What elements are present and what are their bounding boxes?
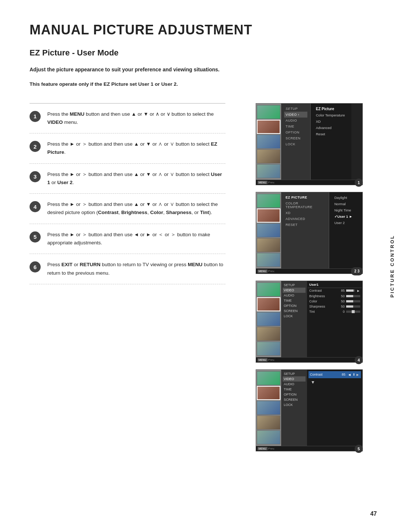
step-1-text: Press the MENU button and then use ▲ or …: [47, 110, 225, 127]
tv-thumb-2-2: [257, 209, 280, 223]
step-4: 4 Press the ► or ＞ button and then use ▲…: [30, 194, 225, 224]
tv-thumb-3-5: [257, 342, 280, 356]
section-title: EZ Picture - User Mode: [30, 48, 363, 58]
tv-thumb-4-2: [257, 386, 280, 400]
down-arrow-indicator: ▼: [308, 378, 361, 386]
menu-video: VIDEO ›: [284, 112, 307, 118]
step-circle-3: 3: [30, 171, 41, 182]
step-circle-4: 4: [30, 201, 41, 212]
m2-adv: Advanced: [284, 216, 326, 222]
step-2: 2 Press the ► or ＞ button and then use ▲…: [30, 133, 225, 164]
step-1: 1 Press the MENU button and then use ▲ o…: [30, 103, 225, 134]
tv-menu-col2-2: Daylight Normal Night Time ✓User 1 ► Use…: [329, 192, 362, 268]
screen-badge-1: 1: [355, 179, 363, 187]
menu-lock: LOCK: [284, 141, 307, 147]
tv-screen-3: SETUP VIDEO AUDIO TIME OPTION SCREEN LOC…: [256, 281, 363, 363]
tv-thumbnails-1: [256, 104, 281, 180]
screen-block-3: SETUP VIDEO AUDIO TIME OPTION SCREEN LOC…: [236, 281, 363, 363]
side-label-text: PICTURE CONTROL: [389, 235, 395, 298]
feature-note: This feature operate only if the EZ Pict…: [30, 80, 363, 88]
tv-menu-col-right-1: EZ Picture Color Temperature XD Advanced…: [311, 104, 351, 180]
r2-user2: User 2: [332, 220, 359, 226]
bar-brightness: [346, 295, 360, 297]
bar-contrast-active: [354, 373, 354, 376]
tv-thumb-4-3: [257, 401, 280, 415]
tv-menu-col-left-1: SETUP VIDEO › AUDIO TIME OPTION SCREEN L…: [281, 104, 311, 180]
tv-thumbnails-2: [256, 192, 281, 268]
screen-badge-4: 5: [355, 445, 363, 453]
tv-thumb-1: [257, 105, 280, 119]
page-title: MANUAL PICTURE ADJUSTMENT: [30, 22, 363, 38]
tv-footer-1: MENU Prev.: [256, 180, 362, 185]
step-3-text: Press the ► or ＞ button and then use ▲ o…: [47, 170, 225, 187]
tv-thumb-2-4: [257, 238, 280, 252]
tv-thumb-2: [257, 120, 280, 134]
right-color-temp: Color Temperature: [314, 112, 348, 118]
tv-thumb-2-1: [257, 194, 280, 208]
tv-adjust-labels: SETUP VIDEO AUDIO TIME OPTION SCREEN LOC…: [281, 281, 307, 357]
tv-adjust-area-3: SETUP VIDEO AUDIO TIME OPTION SCREEN LOC…: [281, 281, 362, 357]
tv-menu-2: EZ Picture Color Temperature XD Advanced…: [281, 192, 362, 268]
page: MANUAL PICTURE ADJUSTMENT EZ Picture - U…: [0, 0, 399, 532]
tv-screen-4: SETUP VIDEO AUDIO TIME OPTION SCREEN LOC…: [256, 369, 363, 451]
right-reset: Reset: [314, 131, 348, 137]
step-circle-1: 1: [30, 111, 41, 122]
tv-thumb-3-3: [257, 312, 280, 326]
tv-thumbnails-3: [256, 281, 281, 357]
tv-thumb-3-4: [257, 327, 280, 341]
right-ez-picture: EZ Picture: [314, 106, 348, 112]
tv-screen-1: SETUP VIDEO › AUDIO TIME OPTION SCREEN L…: [256, 103, 363, 185]
main-content: MANUAL PICTURE ADJUSTMENT EZ Picture - U…: [0, 0, 385, 532]
tv-adjust-inner-3: SETUP VIDEO AUDIO TIME OPTION SCREEN LOC…: [281, 281, 362, 357]
tv-thumb-3-1: [257, 282, 280, 297]
adjust-row-sharpness: Sharpness 50: [308, 304, 362, 309]
tv-thumb-4-1: [257, 371, 280, 385]
screen-badge-3: 4: [355, 356, 363, 364]
menu-setup: SETUP: [284, 106, 307, 112]
bar-sharpness: [346, 305, 360, 308]
screen-block-2: EZ Picture Color Temperature XD Advanced…: [236, 192, 363, 274]
tv-body-1: SETUP VIDEO › AUDIO TIME OPTION SCREEN L…: [256, 104, 362, 180]
side-label: PICTURE CONTROL: [385, 0, 399, 532]
tv-thumb-2-5: [257, 253, 280, 267]
r2-nighttime: Night Time: [332, 207, 359, 213]
tv-thumb-4-4: [257, 416, 280, 430]
r2-user1: ✓User 1 ►: [332, 213, 359, 220]
steps-column: 1 Press the MENU button and then use ▲ o…: [30, 103, 236, 455]
step-6-text: Press EXIT or RETURN button to return to…: [47, 261, 225, 277]
step-circle-6: 6: [30, 261, 41, 272]
m2-xd: XD: [284, 210, 326, 216]
tv-screen-2: EZ Picture Color Temperature XD Advanced…: [256, 192, 363, 274]
screens-column: SETUP VIDEO › AUDIO TIME OPTION SCREEN L…: [236, 103, 363, 455]
tv-thumb-2-3: [257, 223, 280, 237]
r2-normal: Normal: [332, 201, 359, 207]
adjust-row-color: Color 50: [308, 299, 362, 304]
tv-adjust-area-4: SETUP VIDEO AUDIO TIME OPTION SCREEN LOC…: [281, 370, 362, 446]
screen-badge-2: 2 3: [351, 267, 363, 275]
tv-thumb-3: [257, 135, 280, 149]
step-2-text: Press the ► or ＞ button and then use ▲ o…: [47, 140, 225, 157]
step-4-text: Press the ► or ＞ button and then use ▲ o…: [47, 200, 225, 217]
intro-text: Adjust the picture appearance to suit yo…: [30, 66, 363, 74]
tv-thumb-4-5: [257, 430, 280, 444]
step-3: 3 Press the ► or ＞ button and then use ▲…: [30, 164, 225, 194]
m2-ez: EZ Picture: [284, 194, 326, 200]
steps-and-screens: 1 Press the MENU button and then use ▲ o…: [30, 103, 363, 455]
tv-body-2: EZ Picture Color Temperature XD Advanced…: [256, 192, 362, 268]
tv-body-4: SETUP VIDEO AUDIO TIME OPTION SCREEN LOC…: [256, 370, 362, 446]
menu-screen: SCREEN: [284, 135, 307, 141]
bar-color: [346, 300, 360, 302]
step-5-text: Press the ► or ＞ button and then use ◄ o…: [47, 231, 225, 247]
tv-menu-col1-2: EZ Picture Color Temperature XD Advanced…: [281, 192, 329, 268]
adjust-row-contrast: Contrast 85 ►: [308, 288, 362, 294]
step-circle-2: 2: [30, 141, 41, 152]
tv-thumb-3-2: [257, 297, 280, 311]
screen-block-1: SETUP VIDEO › AUDIO TIME OPTION SCREEN L…: [236, 103, 363, 185]
adjust-row-tint: Tint 0: [308, 309, 362, 314]
screen-block-4: SETUP VIDEO AUDIO TIME OPTION SCREEN LOC…: [236, 369, 363, 451]
tv-thumb-4: [257, 149, 280, 163]
adjust-active-contrast: Contrast 85 ◄ ►: [308, 371, 361, 378]
tv-adjust-labels-4: SETUP VIDEO AUDIO TIME OPTION SCREEN LOC…: [281, 370, 307, 446]
adjust-row-brightness: Brightness 50: [308, 294, 362, 299]
right-xd: XD: [314, 118, 348, 125]
